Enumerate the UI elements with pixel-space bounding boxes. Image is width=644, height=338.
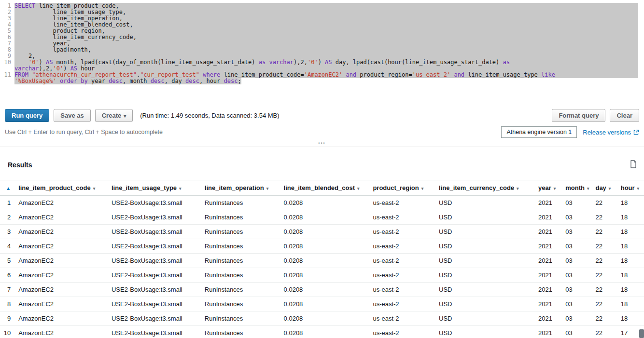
code-token: varchar xyxy=(269,59,294,66)
code-token: AS xyxy=(46,59,53,66)
cell: 0.0208 xyxy=(280,196,369,210)
table-row: 5AmazonEC2USE2-BoxUsage:t3.smallRunInsta… xyxy=(0,254,644,268)
cell: 22 xyxy=(591,196,616,210)
sql-editor[interactable]: 1234567891011 SELECT line_item_product_c… xyxy=(0,0,644,102)
column-label: line_item_blended_cost xyxy=(284,184,355,191)
column-header-line_item_product_code[interactable]: line_item_product_code▾ xyxy=(14,180,108,196)
line-number xyxy=(0,78,11,84)
cell: USE2-BoxUsage:t3.small xyxy=(108,311,201,326)
export-results-icon[interactable] xyxy=(630,160,637,170)
cell: 22 xyxy=(591,225,616,239)
cell: 0.0208 xyxy=(280,268,369,283)
column-header-year[interactable]: year▾ xyxy=(534,180,561,196)
column-menu-icon[interactable]: ▾ xyxy=(357,186,360,191)
cell: USD xyxy=(435,254,534,268)
table-row: 7AmazonEC2USE2-BoxUsage:t3.smallRunInsta… xyxy=(0,283,644,297)
code-token: line_item_currency_code, xyxy=(14,34,137,41)
cell: USD xyxy=(435,225,534,239)
code-token: 'us-east-2' xyxy=(412,71,450,78)
column-header-line_item_usage_type[interactable]: line_item_usage_type▾ xyxy=(108,180,201,196)
results-table-body: 1AmazonEC2USE2-BoxUsage:t3.smallRunInsta… xyxy=(0,196,644,338)
cell: 18 xyxy=(617,225,644,239)
code-token: desc xyxy=(151,78,165,84)
cell: 18 xyxy=(617,254,644,268)
create-button[interactable]: Create▾ xyxy=(95,109,133,122)
results-header: Results xyxy=(0,160,644,170)
column-menu-icon[interactable]: ▾ xyxy=(517,186,519,191)
code-token: ) xyxy=(39,59,46,66)
column-header-line_item_operation[interactable]: line_item_operation▾ xyxy=(201,180,280,196)
table-row: 9AmazonEC2USE2-BoxUsage:t3.smallRunInsta… xyxy=(0,311,644,326)
column-menu-icon[interactable]: ▾ xyxy=(609,186,611,191)
code-token: line_item_product_code, xyxy=(35,2,119,9)
vertical-scrollbar-thumb[interactable] xyxy=(639,329,644,338)
code-token: line_item_product_code= xyxy=(220,71,304,78)
code-line[interactable]: lpad(month, xyxy=(14,47,638,53)
shortcut-hint: Use Ctrl + Enter to run query, Ctrl + Sp… xyxy=(5,129,163,135)
cell: 2021 xyxy=(534,268,561,283)
cell: 03 xyxy=(561,225,591,239)
cell: 03 xyxy=(561,268,591,283)
cell: 0.0208 xyxy=(280,225,369,239)
code-token: ),2, xyxy=(294,59,308,66)
row-number: 1 xyxy=(0,196,14,210)
column-menu-icon[interactable]: ▾ xyxy=(554,186,556,191)
format-query-button[interactable]: Format query xyxy=(552,109,605,122)
code-token: "cur_report_test" xyxy=(140,71,199,78)
code-token: as xyxy=(259,59,266,66)
column-header-product_region[interactable]: product_region▾ xyxy=(369,180,435,196)
column-menu-icon[interactable]: ▾ xyxy=(637,186,640,191)
sort-column-header[interactable]: ▲ xyxy=(0,180,14,196)
cell: 22 xyxy=(591,326,616,338)
cell: 22 xyxy=(591,297,616,311)
column-header-day[interactable]: day▾ xyxy=(591,180,616,196)
cell: USE2-BoxUsage:t3.small xyxy=(108,225,201,239)
code-line[interactable]: '%BoxUsage%' order by year desc, month d… xyxy=(14,78,638,84)
column-header-hour[interactable]: hour▾ xyxy=(617,180,644,196)
results-table: ▲line_item_product_code▾line_item_usage_… xyxy=(0,180,644,338)
code-lines[interactable]: SELECT line_item_product_code, line_item… xyxy=(14,3,644,84)
column-menu-icon[interactable]: ▾ xyxy=(587,186,589,191)
code-line[interactable]: year, xyxy=(14,41,638,47)
code-token: ),2, xyxy=(39,65,53,72)
pane-resizer[interactable]: ••• xyxy=(0,139,644,147)
column-header-month[interactable]: month▾ xyxy=(561,180,591,196)
cell: RunInstances xyxy=(201,283,280,297)
cell: AmazonEC2 xyxy=(14,225,108,239)
run-query-button[interactable]: Run query xyxy=(5,109,49,122)
cell: us-east-2 xyxy=(369,283,435,297)
results-header-row: ▲line_item_product_code▾line_item_usage_… xyxy=(0,180,644,196)
external-link-icon xyxy=(633,129,639,135)
code-line[interactable]: '0') AS month, lpad(cast(day_of_month(li… xyxy=(14,59,638,66)
code-token: varchar xyxy=(14,65,39,72)
code-token: lpad(month, xyxy=(14,46,91,53)
column-menu-icon[interactable]: ▾ xyxy=(266,186,269,191)
code-token: '0' xyxy=(308,59,318,66)
cell: 22 xyxy=(591,239,616,254)
code-token: 'AmazonEC2' xyxy=(304,71,342,78)
cell: 03 xyxy=(561,196,591,210)
code-line[interactable]: line_item_currency_code, xyxy=(14,34,638,41)
cell: USE2-BoxUsage:t3.small xyxy=(108,239,201,254)
column-menu-icon[interactable]: ▾ xyxy=(179,186,182,191)
cell: 0.0208 xyxy=(280,297,369,311)
column-menu-icon[interactable]: ▾ xyxy=(421,186,424,191)
column-header-line_item_currency_code[interactable]: line_item_currency_code▾ xyxy=(435,180,534,196)
code-token: desc xyxy=(224,78,238,84)
code-line[interactable]: line_item_blended_cost, xyxy=(14,22,638,28)
cell: RunInstances xyxy=(201,210,280,225)
cell: AmazonEC2 xyxy=(14,196,108,210)
cell: 22 xyxy=(591,210,616,225)
clear-button[interactable]: Clear xyxy=(610,109,639,122)
column-label: line_item_operation xyxy=(205,184,264,191)
chevron-down-icon: ▾ xyxy=(124,113,126,119)
column-label: year xyxy=(538,184,551,191)
save-as-button[interactable]: Save as xyxy=(54,109,90,122)
hint-row: Use Ctrl + Enter to run query, Ctrl + Sp… xyxy=(0,122,644,137)
release-versions-link[interactable]: Release versions xyxy=(583,129,639,136)
code-token: , hour xyxy=(199,78,224,84)
column-header-line_item_blended_cost[interactable]: line_item_blended_cost▾ xyxy=(280,180,369,196)
cell: 2021 xyxy=(534,254,561,268)
column-menu-icon[interactable]: ▾ xyxy=(93,186,96,191)
cell: us-east-2 xyxy=(369,196,435,210)
